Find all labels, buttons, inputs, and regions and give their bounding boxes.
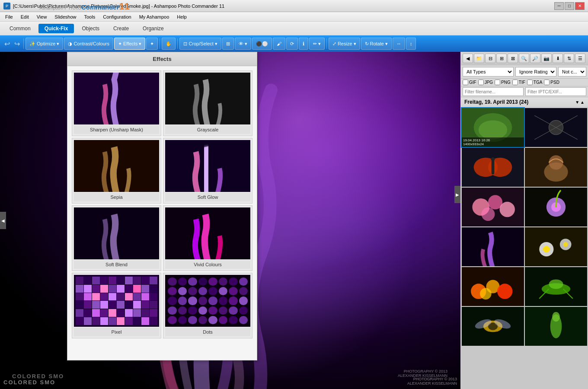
format-jpg-check[interactable]: JPG (478, 80, 493, 85)
twotone-button[interactable]: ⚫⚪ (252, 38, 272, 50)
crop-icon: ⊡ (183, 41, 187, 47)
svg-point-40 (497, 284, 512, 299)
resize-button[interactable]: ⤢ Resize ▾ (329, 38, 360, 50)
logo-photo: Photo (64, 3, 81, 11)
thumb-purple-flower[interactable] (525, 188, 587, 226)
thumb-fruits[interactable] (462, 267, 524, 306)
menu-my-ashampoo[interactable]: My Ashampoo (136, 13, 173, 20)
filename-filter-input[interactable] (463, 87, 524, 96)
effect-sharpen[interactable]: Sharpen (Unsharp Mask) (72, 70, 161, 136)
format-tif-check[interactable]: TIF (512, 80, 525, 85)
menu-view[interactable]: View (33, 13, 51, 20)
tab-create[interactable]: Create (107, 24, 135, 33)
thumb-daisies[interactable] (525, 227, 587, 266)
undo-button[interactable]: ↩ (3, 39, 12, 49)
effects-panel-title: Effects (67, 52, 257, 66)
effects-button[interactable]: ✦ Effects ▾ (114, 38, 145, 50)
menu-file[interactable]: File (2, 13, 16, 20)
tab-quick-fix[interactable]: Quick-Fix (38, 24, 74, 33)
effect-grayscale[interactable]: Grayscale (163, 70, 252, 136)
thumb-spider[interactable] (525, 108, 587, 147)
thumb-info-bearded-dragon: 19.04.2013 16:261400x933x24 (462, 137, 524, 147)
tab-organize[interactable]: Organize (137, 24, 170, 33)
svg-point-22 (549, 155, 563, 169)
tab-objects[interactable]: Objects (76, 24, 105, 33)
right-panel-expand[interactable]: ▶ (454, 186, 460, 203)
thumb-pink-flowers[interactable] (462, 188, 524, 226)
menu-tools[interactable]: Tools (81, 13, 99, 20)
format-png-check[interactable]: PNG (495, 80, 511, 85)
effect-thumb-sharpen (74, 73, 159, 124)
thumb-mantis[interactable] (525, 307, 587, 346)
thumb-butterfly[interactable] (462, 148, 524, 187)
rt-menu-button[interactable]: ☰ (575, 54, 585, 63)
menu-help[interactable]: Help (173, 13, 190, 20)
menu-slideshow[interactable]: Slideshow (51, 13, 80, 20)
date-scroll-up[interactable]: ▲ (580, 100, 585, 105)
contrast-label: Contrast/Colours (74, 41, 109, 46)
maximize-button[interactable]: □ (565, 2, 574, 10)
rt-folder-button[interactable]: 📁 (474, 54, 484, 63)
rt-import-button[interactable]: ⬇ (553, 54, 563, 63)
format-psd-check[interactable]: PSD (544, 80, 559, 85)
close-button[interactable]: ✕ (575, 2, 585, 10)
info-button[interactable]: ℹ (299, 38, 308, 50)
rt-grid2-button[interactable]: ⊞ (496, 54, 507, 63)
tab-common[interactable]: Common (3, 24, 37, 33)
effect-label-vivid: Vivid Colours (165, 260, 250, 269)
flip-v-button[interactable]: ↕ (406, 38, 416, 50)
effect-label-dots: Dots (165, 328, 250, 336)
effect-softblend[interactable]: Soft Blend (72, 205, 161, 271)
rt-zoom-in-button[interactable]: 🔍 (519, 54, 529, 63)
rotate-button[interactable]: ↻ Rotate ▾ (361, 38, 392, 50)
crop-button[interactable]: ⊡ Crop/Select ▾ (179, 38, 221, 50)
thumbnails-area[interactable]: 19.04.2013 16:261400x933x24 (461, 107, 588, 389)
redo-button[interactable]: ↪ (13, 39, 22, 49)
thumb-hoverfly[interactable] (462, 307, 524, 346)
logo-ashampoo: Ashampoo® (40, 6, 64, 10)
thumb-grasshopper[interactable] (525, 267, 587, 306)
svg-point-26 (500, 202, 515, 217)
brush-button[interactable]: 🖌 (273, 38, 285, 50)
redeye-button[interactable]: 👁▾ (235, 38, 251, 50)
format-gif-check[interactable]: GIF (463, 80, 476, 85)
format-tga-check[interactable]: TGA (527, 80, 543, 85)
left-panel-expand[interactable]: ◀ (0, 212, 6, 229)
rt-back-button[interactable]: ◀ (463, 54, 473, 63)
effect-label-grayscale: Grayscale (165, 125, 250, 134)
rt-sort-button[interactable]: ⇅ (564, 54, 574, 63)
info-icon: ℹ (303, 41, 304, 47)
rt-grid3-button[interactable]: ⊠ (508, 54, 518, 63)
effect-softglow[interactable]: Soft Glow (163, 138, 252, 204)
filter-type-select[interactable]: All Types (463, 67, 514, 77)
thumbnail-button[interactable]: ⊞ (222, 38, 234, 50)
effect-sepia[interactable]: Sepia (72, 138, 161, 204)
filter-not-select[interactable]: Not c... (558, 67, 586, 77)
minimize-button[interactable]: ─ (554, 2, 564, 10)
optimize-button[interactable]: ✨ Optimize ▾ (26, 38, 63, 50)
iptc-filter-input[interactable] (525, 87, 586, 96)
rt-zoom-out-button[interactable]: 🔎 (530, 54, 540, 63)
menu-edit[interactable]: Edit (17, 13, 32, 20)
thumb-bird[interactable] (525, 148, 587, 187)
toolbar-separator-2 (160, 38, 160, 49)
rt-camera-button[interactable]: 📷 (541, 54, 552, 63)
hand-tool-button[interactable]: ✋ (162, 38, 176, 50)
stamp-button[interactable]: ⟳ (286, 38, 298, 50)
filter-rating-select[interactable]: Ignore Rating (515, 67, 556, 77)
contrast-button[interactable]: ◑ Contrast/Colours (64, 38, 113, 50)
date-collapse-button[interactable]: ▼ (575, 100, 579, 105)
flip-h-button[interactable]: ↔ (393, 38, 405, 50)
flip-v-icon: ↕ (410, 41, 412, 46)
menu-configuration[interactable]: Configuration (99, 13, 134, 20)
thumb-bearded-dragon[interactable]: 19.04.2013 16:261400x933x24 (462, 108, 524, 147)
effects-extra-button[interactable]: ✦ (146, 38, 158, 50)
thumb-smoke-purple[interactable] (462, 227, 524, 266)
effect-vivid[interactable]: Vivid Colours (163, 205, 252, 271)
rt-grid1-button[interactable]: ⊟ (485, 54, 495, 63)
effects-extra-icon: ✦ (150, 41, 154, 47)
effects-content[interactable]: Sharpen (Unsharp Mask) Graysca (67, 66, 257, 360)
effect-pixel[interactable]: Pixel (72, 273, 161, 338)
effect-dots[interactable]: Dots (163, 273, 252, 338)
pen-button[interactable]: ✏▾ (309, 38, 325, 50)
